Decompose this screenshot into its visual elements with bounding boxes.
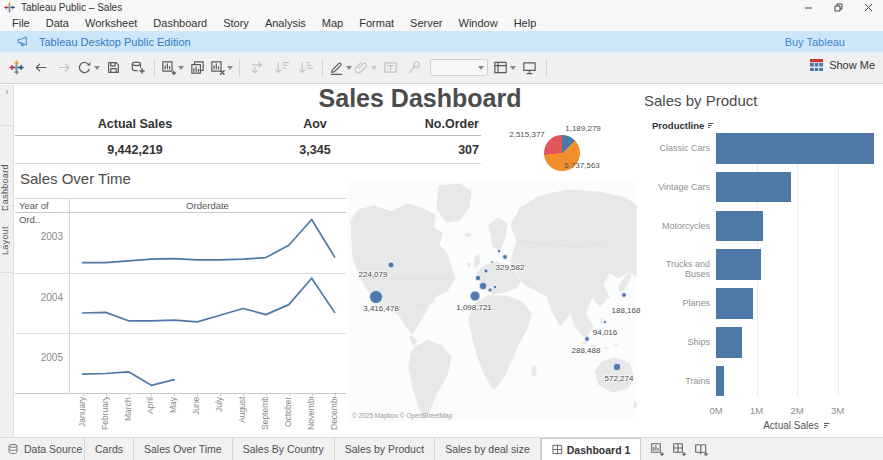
replay-button[interactable] [77,56,100,80]
title-bar: Tableau Public – Sales [0,0,883,15]
format-link-button[interactable] [354,56,377,80]
fit-select[interactable] [430,59,488,76]
month-tick [151,393,152,396]
sort-descending-button[interactable] [294,56,316,80]
month-label-August: August [238,397,247,430]
menu-worksheet[interactable]: Worksheet [77,15,145,31]
map-attribution[interactable]: © 2025 Mapbox © OpenStreetMap [352,412,452,419]
undo-button[interactable] [29,56,51,80]
month-tick [289,393,290,396]
buy-tableau-link[interactable]: Buy Tableau [785,36,845,48]
map-bubble[interactable] [613,363,620,370]
month-tick [129,393,130,396]
new-worksheet-button[interactable] [161,56,184,80]
map-bubble-small[interactable] [497,249,500,252]
menu-window[interactable]: Window [451,15,506,31]
menu-dashboard[interactable]: Dashboard [145,15,215,31]
menu-map[interactable]: Map [314,15,351,31]
sheet-tab-cards[interactable]: Cards [84,438,134,460]
menu-file[interactable]: File [4,15,38,31]
sheet-tab-dashboard-1[interactable]: Dashboard 1 [541,438,642,460]
menu-format[interactable]: Format [351,15,402,31]
expand-pane-chevron[interactable]: › [0,87,14,97]
month-tick [335,393,336,396]
fix-axes-button[interactable] [403,56,425,80]
presentation-mode-button[interactable] [518,56,540,80]
kpi-panel: Actual SalesAovNo.Order 9,442,2193,34530… [15,112,481,164]
bar-axis-label[interactable]: Actual Sales [716,420,878,431]
swap-axes-button[interactable] [246,56,268,80]
tab-layout-vertical[interactable]: Layout [0,210,14,272]
bar-vintage-cars[interactable] [716,172,791,203]
redo-button[interactable] [53,56,75,80]
sheet-tab-sales-by-deal-size[interactable]: Sales by deal size [435,438,541,460]
duplicate-sheet-button[interactable] [186,56,208,80]
menu-help[interactable]: Help [506,15,545,31]
map-bubble-small[interactable] [491,261,494,264]
new-story-button[interactable] [691,442,711,456]
bar-category-label: Trucks and Buses [640,259,710,279]
new-dashboard-button[interactable] [669,442,689,456]
show-mark-labels-button[interactable] [379,56,401,80]
month-label-November: November [307,397,316,430]
map-bubble-label: 3,416,478 [363,304,399,313]
new-worksheet-button[interactable] [647,442,667,456]
bar-motorcycles[interactable] [716,211,763,242]
menu-data[interactable]: Data [38,15,77,31]
map-bubble-small[interactable] [484,269,488,273]
map-bubble[interactable] [585,337,590,342]
show-me-icon [809,58,824,72]
show-me-button[interactable]: Show Me [809,58,875,72]
new-data-source-button[interactable] [126,56,148,80]
menu-analysis[interactable]: Analysis [257,15,314,31]
sales-line-2003[interactable] [69,213,346,273]
sheet-tab-sales-by-product[interactable]: Sales by Product [335,438,435,460]
bar-row: Planes [640,288,883,327]
month-tick [197,393,198,396]
sheet-tab-sales-by-country[interactable]: Sales By Country [233,438,335,460]
map-bubble-small[interactable] [475,275,480,280]
map-bubble[interactable] [503,255,508,260]
line-pane-2004: 2004 [15,273,346,333]
deal-size-pie-panel: 2,515,377 1,189,279 5,737,563 [480,95,637,180]
bar-trucks-and-buses[interactable] [716,249,761,280]
highlight-button[interactable] [329,56,352,80]
sheet-tab-sales-over-time[interactable]: Sales Over Time [134,438,233,460]
map-bubble[interactable] [388,262,394,268]
save-button[interactable] [102,56,124,80]
world-map[interactable] [348,181,637,421]
map-bubble-label: 94,016 [593,328,617,337]
bar-row: Vintage Cars [640,172,883,211]
kpi-label-1: Aov [255,112,375,135]
sort-ascending-button[interactable] [270,56,292,80]
map-bubble[interactable] [622,293,627,298]
kpi-label-0: Actual Sales [15,112,255,135]
database-icon [7,443,19,455]
map-bubble-small[interactable] [479,282,486,289]
map-bubble[interactable] [603,320,606,323]
map-bubble-small[interactable] [488,288,492,292]
bar-planes[interactable] [716,288,753,319]
month-label-July: July [215,397,224,430]
productline-field-label[interactable]: Productline [652,120,715,131]
minimize-button[interactable] [793,0,823,15]
menu-server[interactable]: Server [402,15,450,31]
month-label-January: January [78,397,87,430]
bar-trains[interactable] [716,366,724,397]
map-bubble[interactable] [470,291,480,301]
map-bubble[interactable] [370,291,383,304]
bar-category-label: Classic Cars [640,143,710,153]
maximize-button[interactable] [823,0,853,15]
kpi-value-2: 307 [375,136,481,163]
bar-classic-cars[interactable] [716,133,874,164]
data-source-tab[interactable]: Data Source [0,438,84,460]
show-hide-cards-button[interactable] [493,56,516,80]
map-bubble-small[interactable] [493,285,496,288]
clear-sheet-button[interactable] [210,56,233,80]
close-button[interactable] [853,0,883,15]
sales-line-2005[interactable] [69,334,346,394]
sot-header-row: Year of Ord.. Orderdate [15,198,346,213]
menu-story[interactable]: Story [215,15,257,31]
bar-ships[interactable] [716,327,742,358]
sales-line-2004[interactable] [69,274,346,334]
